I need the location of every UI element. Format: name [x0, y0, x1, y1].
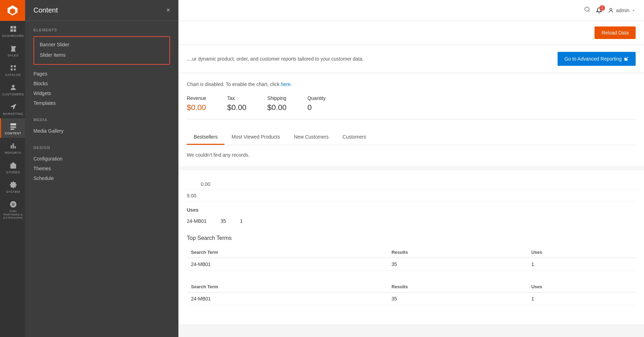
svg-point-12	[610, 8, 612, 10]
sidebar-item-find-partners[interactable]: FIND PARTNERS & EXTENSIONS	[0, 196, 25, 222]
advanced-reporting-text: ....ur dynamic product, order, and custo…	[187, 56, 363, 62]
lower-section: 0.00 9.00 Uses 24-MB01 35 1 Top Search T…	[178, 170, 644, 324]
svg-point-4	[12, 85, 14, 87]
chart-enable-link[interactable]: here.	[281, 81, 292, 87]
svg-rect-2	[10, 29, 13, 32]
main-area: 1 admin Reload Data ....ur dynamic produ…	[178, 0, 644, 337]
sidebar-item-catalog-label: CATALOG	[5, 73, 21, 77]
sidebar-item-dashboard[interactable]: DASHBOARD	[0, 21, 25, 40]
sidebar-item-marketing-label: MARKETING	[3, 112, 23, 116]
metric-shipping-value: $0.00	[267, 103, 286, 112]
bottom-col-term: Search Term	[187, 281, 387, 292]
sidebar-item-system-label: SYSTEM	[6, 190, 20, 194]
col-uses: Uses	[527, 247, 636, 258]
advanced-reporting-button[interactable]: Go to Advanced Reporting	[558, 52, 636, 66]
bottom-table-section: Search Term Results Uses 24-MB01 35 1	[187, 281, 636, 305]
no-records-message: We couldn't find any records.	[187, 152, 636, 158]
reload-data-button[interactable]: Reload Data	[595, 26, 636, 39]
sidebar-item-sales[interactable]: SALES	[0, 40, 25, 60]
top-search-terms-title: Top Search Terms	[187, 235, 636, 241]
logo[interactable]	[0, 0, 25, 21]
bottom-col-uses: Uses	[527, 281, 636, 292]
metric-quantity-label: Quantity	[307, 95, 325, 101]
metric-revenue: Revenue $0.00	[187, 95, 206, 112]
col-results: Results	[387, 247, 527, 258]
sidebar-item-reports-label: REPORTS	[5, 151, 21, 155]
svg-rect-9	[12, 166, 14, 168]
admin-user-menu[interactable]: admin	[608, 7, 636, 14]
admin-username: admin	[616, 8, 629, 13]
flyout-configuration-link[interactable]: Configuration	[33, 154, 170, 164]
flyout-schedule-link[interactable]: Schedule	[33, 173, 170, 183]
sidebar-item-stores[interactable]: STORES	[0, 157, 25, 177]
sidebar-item-system[interactable]: SYSTEM	[0, 177, 25, 196]
svg-rect-7	[10, 127, 16, 128]
svg-rect-3	[13, 29, 16, 32]
sidebar-item-sales-label: SALES	[8, 54, 19, 57]
chart-disabled-message: Chart is disabled. To enable the chart, …	[187, 81, 636, 87]
cell-uses: 1	[527, 258, 636, 271]
sidebar-item-reports[interactable]: REPORTS	[0, 138, 25, 157]
flyout-media-gallery-link[interactable]: Media Gallery	[33, 126, 170, 136]
metric-tax-value: $0.00	[227, 103, 246, 112]
sidebar-item-customers[interactable]: CUSTOMERS	[0, 79, 25, 99]
tab-new-customers[interactable]: New Customers	[287, 130, 336, 145]
sidebar-item-content-label: CONTENT	[5, 132, 21, 135]
flyout-pages-link[interactable]: Pages	[33, 69, 170, 79]
sidebar-item-customers-label: CUSTOMERS	[2, 93, 24, 96]
flyout-title: Content	[33, 6, 58, 14]
partial-value-2: 9.00	[187, 193, 196, 198]
sidebar-item-marketing[interactable]: MARKETING	[0, 99, 25, 118]
tab-customers[interactable]: Customers	[336, 130, 373, 145]
svg-rect-6	[10, 126, 16, 126]
svg-rect-0	[10, 26, 13, 29]
svg-point-11	[585, 7, 589, 11]
uses-value: 1	[240, 218, 243, 224]
bottom-col-results: Results	[387, 281, 527, 292]
search-icon[interactable]	[584, 6, 590, 14]
qty-value: 35	[221, 218, 226, 224]
flyout-slider-items-link[interactable]: Slider Items	[40, 51, 164, 59]
cell-term: 24-MB01	[187, 258, 387, 271]
flyout-section-media-title: Media	[33, 118, 170, 122]
notification-bell[interactable]: 1	[596, 7, 602, 14]
flyout-themes-link[interactable]: Themes	[33, 164, 170, 173]
metrics-row: Revenue $0.00 Tax $0.00 Shipping $0.00 Q…	[187, 95, 636, 119]
flyout-templates-link[interactable]: Templates	[33, 98, 170, 108]
sku-value: 24-MB01	[187, 218, 207, 224]
flyout-menu: Content × Elements Banner Slider Slider …	[25, 0, 178, 337]
sidebar-item-find-partners-label: FIND PARTNERS & EXTENSIONS	[2, 210, 24, 220]
col-search-term: Search Term	[187, 247, 387, 258]
metric-quantity-value: 0	[307, 103, 325, 112]
tab-most-viewed[interactable]: Most Viewed Products	[224, 130, 287, 145]
metric-shipping: Shipping $0.00	[267, 95, 286, 112]
flyout-blocks-link[interactable]: Blocks	[33, 79, 170, 88]
partial-value-1: 0.00	[201, 181, 210, 187]
tabs-row: Bestsellers Most Viewed Products New Cus…	[187, 130, 636, 145]
flyout-section-media: Media Media Gallery	[33, 118, 170, 136]
metric-revenue-label: Revenue	[187, 95, 206, 101]
top-search-terms-section: Top Search Terms Search Term Results Use…	[187, 235, 636, 271]
sidebar-item-dashboard-label: DASHBOARD	[2, 34, 24, 38]
flyout-section-elements: Elements Banner Slider Slider Items Page…	[33, 28, 170, 108]
metric-tax-label: Tax	[227, 95, 246, 101]
icon-sidebar: DASHBOARD SALES CATALOG CUSTOMERS MARKET…	[0, 0, 25, 337]
svg-rect-8	[10, 129, 14, 130]
tab-bestsellers[interactable]: Bestsellers	[187, 130, 224, 145]
svg-rect-1	[13, 26, 16, 29]
chevron-down-icon	[631, 8, 636, 13]
sidebar-item-catalog[interactable]: CATALOG	[0, 60, 25, 79]
metric-quantity: Quantity 0	[307, 95, 325, 112]
flyout-header: Content ×	[25, 0, 178, 21]
section-header: Reload Data	[178, 21, 644, 45]
metric-shipping-label: Shipping	[267, 95, 286, 101]
top-search-terms-table: Search Term Results Uses 24-MB01 35 1	[187, 247, 636, 271]
flyout-section-elements-title: Elements	[33, 28, 170, 32]
uses-column-header: Uses	[187, 207, 636, 213]
bottom-table-row: 24-MB01 35 1	[187, 292, 636, 305]
flyout-close-button[interactable]: ×	[166, 7, 170, 14]
advanced-reporting-banner: ....ur dynamic product, order, and custo…	[178, 45, 644, 73]
advanced-reporting-button-label: Go to Advanced Reporting	[565, 56, 622, 62]
sidebar-item-content[interactable]: CONTENT	[0, 118, 25, 138]
flyout-widgets-link[interactable]: Widgets	[33, 88, 170, 98]
